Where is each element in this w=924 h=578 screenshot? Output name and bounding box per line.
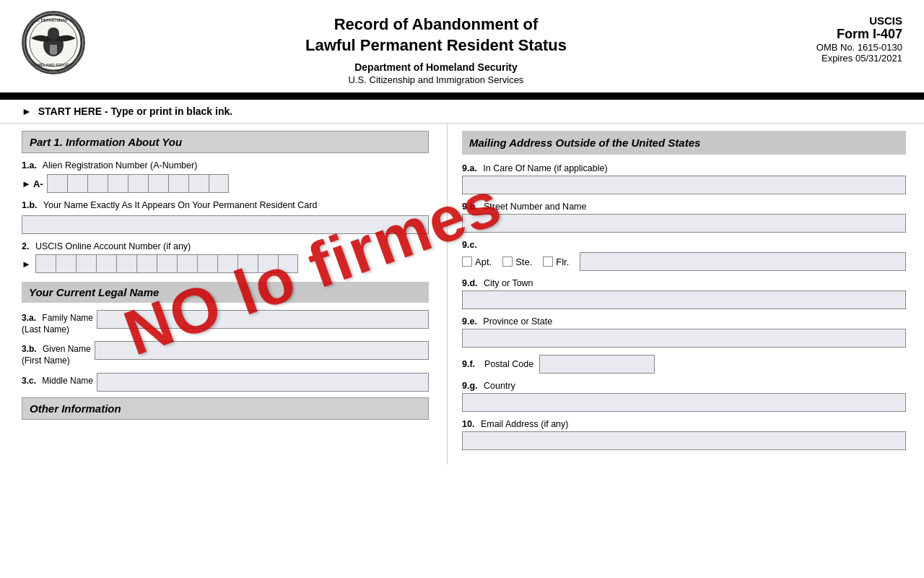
flr-checkbox-item: Flr. [543,256,569,267]
form-title-line2: Lawful Permanent Resident Status [85,35,787,56]
field-9a-label: In Care Of Name (if applicable) [483,163,607,173]
field-9b-label: Street Number and Name [484,202,586,212]
account-cells [35,254,298,273]
apt-ste-flr-row: Apt. Ste. Flr. [462,252,906,271]
acc-cell-2[interactable] [56,254,76,273]
start-here-banner: ► START HERE - Type or print in black in… [0,100,924,124]
field-3a-row: 3.a. Family Name(Last Name) [22,310,429,335]
dhs-logo: U.S. DEPARTMENT OF HOMELAND SECURITY [22,11,85,74]
arrow-icon: ► [22,105,32,117]
field-1a-num: 1.a. [22,160,37,171]
field-9c-num: 9.c. [462,240,477,250]
a-cell-1[interactable] [47,174,67,193]
field-9e-num: 9.e. [462,316,477,327]
field-9a-row: 9.a. In Care Of Name (if applicable) [462,163,906,194]
mailing-title: Mailing Address Outside of the United St… [469,137,700,149]
field-9d-num: 9.d. [462,278,478,288]
right-column: Mailing Address Outside of the United St… [448,124,924,465]
acc-cell-6[interactable] [136,254,157,273]
field-2-num: 2. [22,241,29,251]
email-input[interactable] [462,431,906,450]
a-cell-2[interactable] [67,174,87,193]
legal-name-title: Your Current Legal Name [29,286,159,298]
field-9c-row: 9.c. Apt. Ste. Flr. [462,240,906,271]
svg-point-3 [48,27,59,39]
a-cell-4[interactable] [108,174,128,193]
ste-checkbox[interactable] [502,256,513,267]
in-care-of-input[interactable] [462,176,906,194]
field-9e-label: Province or State [483,316,552,327]
apt-number-input[interactable] [580,252,906,271]
acc-cell-11[interactable] [237,254,258,273]
apt-checkbox[interactable] [462,256,472,267]
family-name-input[interactable] [97,310,429,329]
field-9e-row: 9.e. Province or State [462,316,906,348]
ste-label: Ste. [515,256,532,267]
form-title-line1: Record of Abandonment of [85,14,787,35]
field-1b-row: 1.b. Your Name Exactly As It Appears On … [22,200,429,234]
middle-name-input[interactable] [97,373,429,392]
acc-cell-13[interactable] [278,254,298,273]
header-center: Record of Abandonment of Lawful Permanen… [85,11,787,85]
omb-number: OMB No. 1615-0130 [787,42,902,53]
field-9d-label: City or Town [484,278,533,288]
form-body: Part 1. Information About You 1.a. Alien… [0,124,924,465]
perm-resident-input[interactable] [22,215,429,234]
field-9a-num: 9.a. [462,163,477,173]
field-2-label: USCIS Online Account Number (if any) [35,241,191,251]
city-input[interactable] [462,290,906,309]
flr-label: Flr. [556,256,569,267]
acc-cell-8[interactable] [177,254,197,273]
left-column: Part 1. Information About You 1.a. Alien… [0,124,448,465]
other-info-header: Other Information [22,397,429,420]
acc-cell-4[interactable] [96,254,116,273]
mailing-address-header: Mailing Address Outside of the United St… [462,131,906,155]
field-9d-row: 9.d. City or Town [462,278,906,309]
a-cell-3[interactable] [87,174,108,193]
form-number: Form I-407 [787,27,902,42]
a-cell-7[interactable] [168,174,188,193]
province-input[interactable] [462,329,906,348]
apt-checkbox-item: Apt. [462,256,492,267]
flr-checkbox[interactable] [543,256,553,267]
street-input[interactable] [462,214,906,233]
account-arrow: ► [22,259,31,269]
acc-cell-3[interactable] [76,254,96,273]
a-number-row: ► A- [22,174,429,193]
a-number-cells [47,174,229,193]
field-9f-label: Postal Code [484,359,533,369]
given-name-input[interactable] [95,341,429,360]
part1-title: Part 1. Information About You [30,136,182,148]
acc-cell-7[interactable] [157,254,177,273]
header: U.S. DEPARTMENT OF HOMELAND SECURITY Rec… [0,0,924,95]
svg-text:HOMELAND SECURITY: HOMELAND SECURITY [31,63,75,67]
a-cell-6[interactable] [148,174,168,193]
a-cell-9[interactable] [209,174,229,193]
field-1a-row: 1.a. Alien Registration Number (A-Number… [22,160,429,193]
acc-cell-5[interactable] [116,254,136,273]
uscis-label: USCIS [787,14,902,27]
other-info-title: Other Information [30,402,121,415]
expiration: Expires 05/31/2021 [787,53,902,64]
acc-cell-10[interactable] [217,254,237,273]
part1-header: Part 1. Information About You [22,131,429,153]
a-cell-5[interactable] [128,174,148,193]
form-info: USCIS Form I-407 OMB No. 1615-0130 Expir… [787,11,902,64]
postal-row: 9.f. Postal Code [462,355,906,374]
field-9g-label: Country [484,381,515,391]
field-1b-label: Your Name Exactly As It Appears On Your … [43,200,318,210]
country-input[interactable] [462,393,906,412]
postal-input[interactable] [539,355,655,374]
page: U.S. DEPARTMENT OF HOMELAND SECURITY Rec… [0,0,924,578]
svg-text:U.S. DEPARTMENT OF: U.S. DEPARTMENT OF [32,18,75,22]
field-3c-row: 3.c. Middle Name [22,373,429,392]
field-10-label: Email Address (if any) [481,419,569,429]
acc-cell-1[interactable] [35,254,56,273]
a-cell-8[interactable] [188,174,209,193]
field-9b-num: 9.b. [462,202,478,212]
acc-cell-9[interactable] [197,254,217,273]
a-prefix: ► A- [22,178,43,189]
acc-cell-12[interactable] [258,254,278,273]
account-row: ► [22,254,429,273]
apt-label: Apt. [475,256,492,267]
